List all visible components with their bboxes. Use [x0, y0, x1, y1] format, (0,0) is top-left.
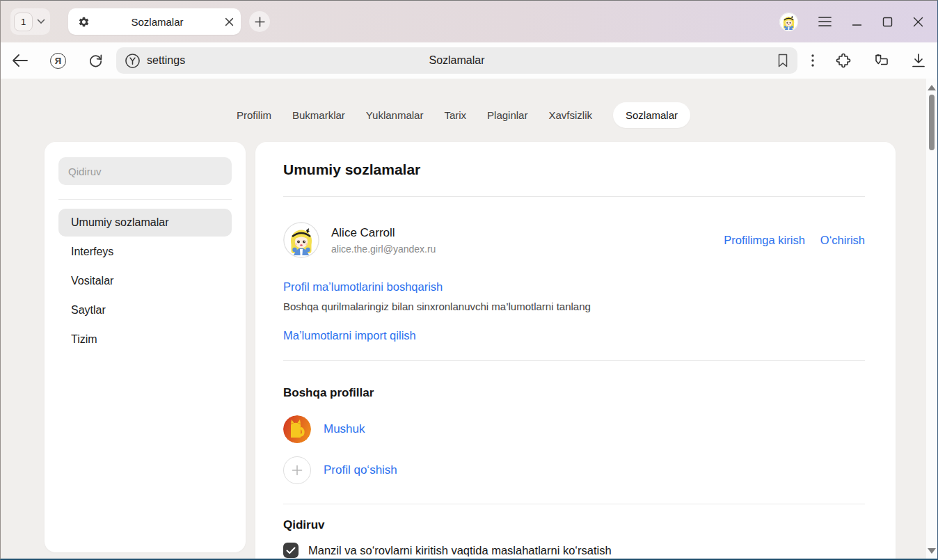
sidebar-item-label: Vositalar — [71, 275, 113, 287]
chevron-down-icon — [37, 19, 45, 24]
tab-plaginlar[interactable]: Plaginlar — [487, 102, 527, 128]
protect-icon[interactable] — [125, 53, 141, 69]
tab-count: 1 — [14, 13, 33, 31]
browser-window: 1 Sozlamalar — [0, 0, 938, 560]
scroll-up-icon[interactable] — [928, 85, 936, 90]
tab-yuklanmalar[interactable]: Yuklanmalar — [366, 102, 424, 128]
tab-counter[interactable]: 1 — [10, 8, 50, 35]
browser-tab[interactable]: Sozlamalar — [68, 8, 241, 35]
tab-xavfsizlik[interactable]: Xavfsizlik — [548, 102, 592, 128]
sidebar-item-saytlar[interactable]: Saytlar — [58, 296, 232, 324]
url-text: settings — [147, 54, 185, 67]
settings-sidebar: Umumiy sozlamalar Interfeys Vositalar Sa… — [45, 142, 246, 552]
kebab-menu-icon[interactable] — [811, 54, 814, 67]
tab-profilim[interactable]: Profilim — [237, 102, 271, 128]
plus-icon[interactable] — [283, 456, 311, 484]
page-title: Umumiy sozlamalar — [283, 160, 865, 179]
sidebar-item-interfeys[interactable]: Interfeys — [58, 238, 232, 266]
sidebar-item-tizim[interactable]: Tizim — [58, 326, 232, 353]
browser-profile-avatar[interactable] — [779, 13, 798, 31]
other-profiles-heading: Boshqa profillar — [283, 386, 865, 400]
yandex-logo-icon[interactable]: Я — [50, 53, 66, 69]
tab-tarix[interactable]: Tarix — [444, 102, 466, 128]
menu-icon[interactable] — [818, 16, 832, 27]
close-window-button[interactable] — [913, 17, 923, 27]
add-profile-link[interactable]: Profil qo‘shish — [324, 463, 397, 477]
settings-search-input[interactable] — [58, 157, 232, 185]
cat-avatar — [283, 415, 311, 443]
minimize-button[interactable] — [852, 17, 862, 26]
divider — [283, 196, 865, 197]
scrollbar[interactable] — [926, 79, 937, 559]
toolbar: Я settings Sozlamalar — [1, 42, 937, 79]
settings-page: Profilim Bukmarklar Yuklanmalar Tarix Pl… — [1, 79, 937, 559]
manage-profile-data-link[interactable]: Profil ma’lumotlarini boshqarish — [283, 280, 443, 294]
sidebar-item-umumiy-sozlamalar[interactable]: Umumiy sozlamalar — [58, 209, 232, 237]
gear-icon — [78, 16, 90, 28]
sidebar-item-label: Umumiy sozlamalar — [71, 216, 168, 229]
sidebar-item-label: Saytlar — [71, 304, 106, 317]
sidebar-item-label: Interfeys — [71, 246, 113, 258]
suggestions-checkbox-label: Manzil va so‘rovlarni kiritish vaqtida m… — [308, 544, 612, 557]
extensions-icon[interactable] — [835, 52, 852, 69]
delete-profile-link[interactable]: O‘chirish — [820, 234, 865, 247]
collections-icon[interactable] — [873, 52, 890, 69]
downloads-icon[interactable] — [911, 53, 926, 68]
tab-title: Sozlamalar — [90, 16, 225, 28]
profile-row-mushuk[interactable]: Mushuk — [283, 415, 865, 443]
back-icon[interactable] — [12, 54, 29, 67]
divider — [283, 504, 865, 504]
avatar — [283, 222, 319, 258]
sidebar-divider — [58, 199, 232, 200]
current-profile-row: Alice Carroll alice.the.girl@yandex.ru P… — [283, 222, 865, 258]
sidebar-item-vositalar[interactable]: Vositalar — [58, 267, 232, 295]
tab-strip: 1 Sozlamalar — [1, 1, 937, 42]
tab-close-icon[interactable] — [225, 17, 234, 26]
scroll-down-icon[interactable] — [928, 548, 936, 554]
settings-nav-tabs: Profilim Bukmarklar Yuklanmalar Tarix Pl… — [1, 102, 926, 128]
new-tab-button[interactable] — [249, 11, 270, 32]
settings-main-panel: Umumiy sozlamalar Alice Carroll alice.th… — [255, 142, 896, 559]
suggestions-checkbox[interactable] — [283, 543, 299, 558]
address-page-title: Sozlamalar — [116, 54, 797, 67]
search-section-heading: Qidiruv — [283, 518, 865, 532]
address-bar[interactable]: settings Sozlamalar — [116, 47, 797, 74]
sidebar-item-label: Tizim — [71, 333, 97, 346]
profile-mushuk-link[interactable]: Mushuk — [324, 422, 365, 436]
maximize-button[interactable] — [882, 17, 893, 27]
tab-sozlamalar[interactable]: Sozlamalar — [613, 102, 690, 128]
reload-icon[interactable] — [88, 53, 104, 69]
bookmark-icon[interactable] — [777, 54, 789, 67]
login-profile-link[interactable]: Profilimga kirish — [724, 234, 804, 247]
scrollbar-thumb[interactable] — [929, 95, 935, 150]
sync-hint-text: Boshqa qurilmalaringiz bilan sinxronlanu… — [283, 301, 865, 312]
divider — [283, 360, 865, 361]
import-data-link[interactable]: Ma’lumotlarni import qilish — [283, 329, 416, 342]
add-profile-row[interactable]: Profil qo‘shish — [283, 456, 865, 484]
suggestions-setting-row: Manzil va so‘rovlarni kiritish vaqtida m… — [283, 543, 865, 558]
profile-name: Alice Carroll — [331, 226, 436, 240]
tab-bukmarklar[interactable]: Bukmarklar — [292, 102, 345, 128]
profile-email: alice.the.girl@yandex.ru — [331, 243, 436, 255]
